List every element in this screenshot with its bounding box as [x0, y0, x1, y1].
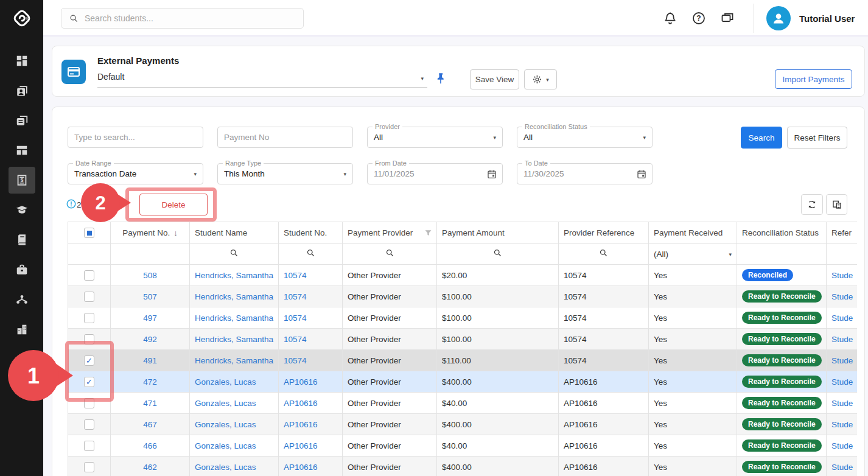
date-range-select[interactable]: Date Range Transaction Date ▾: [68, 163, 203, 184]
cell-link-payment_no[interactable]: 508: [143, 271, 157, 280]
cell-link-student_name[interactable]: Gonzales, Lucas: [195, 463, 256, 472]
row-checkbox[interactable]: [84, 355, 94, 366]
provider-select[interactable]: Provider All ▾: [367, 127, 503, 148]
sidebar-item-settings[interactable]: [9, 346, 35, 373]
cell-link-link[interactable]: Stude: [831, 271, 853, 280]
cell-link-student_name[interactable]: Hendricks, Samantha: [195, 271, 273, 280]
cell-link-student_no[interactable]: 10574: [284, 271, 307, 280]
cell-link-student_no[interactable]: AP10616: [284, 463, 318, 472]
global-search[interactable]: [61, 8, 304, 29]
column-filter-student_no[interactable]: [279, 244, 343, 265]
column-filter-student_name[interactable]: [190, 244, 279, 265]
user-name[interactable]: Tutorial User: [799, 0, 855, 37]
sidebar-item-network[interactable]: [9, 286, 35, 313]
cell-link-payment_no[interactable]: 462: [143, 463, 157, 472]
search-input[interactable]: [85, 13, 285, 23]
column-header-received[interactable]: Payment Received: [649, 222, 737, 244]
column-header-payment_no[interactable]: Payment No.↓: [111, 222, 190, 244]
cell-link-student_name[interactable]: Gonzales, Lucas: [195, 399, 256, 408]
cell-link-student_name[interactable]: Gonzales, Lucas: [195, 377, 256, 387]
cell-link-student_name[interactable]: Gonzales, Lucas: [195, 441, 256, 450]
sidebar-item-dashboard[interactable]: [9, 47, 35, 74]
sidebar-item-contacts[interactable]: [9, 77, 35, 104]
cell-link-student_name[interactable]: Gonzales, Lucas: [195, 420, 256, 429]
row-checkbox[interactable]: [84, 398, 94, 408]
import-payments-button[interactable]: Import Payments: [775, 69, 852, 89]
column-header-amount[interactable]: Payment Amount: [437, 222, 559, 244]
reset-filters-button[interactable]: Reset Filters: [787, 127, 847, 149]
cell-link-payment_no[interactable]: 491: [143, 356, 157, 365]
cell-link-student_no[interactable]: AP10616: [284, 399, 318, 408]
cell-link-student_name[interactable]: Hendricks, Samantha: [195, 292, 273, 301]
messages-button[interactable]: [720, 11, 735, 26]
cell-link-student_no[interactable]: 10574: [284, 356, 307, 365]
app-logo[interactable]: [0, 0, 43, 37]
row-checkbox[interactable]: [84, 270, 94, 281]
cell-link-student_no[interactable]: AP10616: [284, 420, 318, 429]
view-settings-button[interactable]: ▾: [524, 69, 557, 89]
cell-link-payment_no[interactable]: 492: [143, 335, 157, 344]
cell-link-student_name[interactable]: Hendricks, Samantha: [195, 356, 273, 365]
sidebar-item-briefcase[interactable]: [9, 256, 35, 283]
payment-no-input[interactable]: [217, 127, 353, 148]
cell-link-link[interactable]: Stude: [831, 313, 853, 323]
column-header-link[interactable]: Refer: [827, 222, 858, 244]
select-all-checkbox[interactable]: [84, 228, 94, 238]
row-checkbox[interactable]: [84, 292, 94, 302]
cell-link-student_name[interactable]: Hendricks, Samantha: [195, 335, 273, 344]
column-filter-received[interactable]: (All)▾: [649, 244, 737, 265]
cell-link-payment_no[interactable]: 471: [143, 399, 157, 408]
cell-link-link[interactable]: Stude: [831, 399, 853, 408]
column-header-provider[interactable]: Payment Provider: [343, 222, 437, 244]
cell-link-link[interactable]: Stude: [831, 356, 853, 365]
sidebar-item-book[interactable]: [9, 226, 35, 253]
column-header-student_name[interactable]: Student Name: [190, 222, 279, 244]
sidebar-item-education[interactable]: [9, 197, 35, 223]
cell-link-link[interactable]: Stude: [831, 463, 853, 472]
row-checkbox[interactable]: [84, 441, 94, 451]
cell-link-student_no[interactable]: 10574: [284, 292, 307, 301]
type-to-search-input[interactable]: [68, 127, 203, 148]
refresh-button[interactable]: [801, 194, 823, 215]
sidebar-item-payments[interactable]: $: [9, 167, 35, 194]
cell-link-payment_no[interactable]: 466: [143, 441, 157, 450]
delete-button[interactable]: Delete: [139, 194, 208, 215]
sidebar-item-layout[interactable]: [9, 137, 35, 164]
cell-link-student_no[interactable]: 10574: [284, 313, 307, 323]
search-button[interactable]: Search: [741, 127, 782, 149]
range-type-select[interactable]: Range Type This Month ▾: [217, 163, 353, 184]
row-checkbox[interactable]: [84, 313, 94, 323]
to-date-field[interactable]: To Date 11/30/2025: [517, 163, 653, 184]
from-date-field[interactable]: From Date 11/01/2025: [367, 163, 503, 184]
column-header-reference[interactable]: Provider Reference: [559, 222, 649, 244]
column-chooser-button[interactable]: [826, 194, 847, 215]
column-filter-reference[interactable]: [559, 244, 649, 265]
row-checkbox[interactable]: [84, 334, 94, 345]
notifications-button[interactable]: [663, 11, 677, 26]
cell-link-payment_no[interactable]: 507: [143, 292, 157, 301]
pin-view-button[interactable]: [434, 72, 447, 85]
view-selector[interactable]: Default ▾: [97, 69, 427, 88]
column-header-status[interactable]: Reconciliation Status: [737, 222, 827, 244]
cell-link-link[interactable]: Stude: [831, 292, 853, 301]
cell-link-link[interactable]: Stude: [831, 377, 853, 387]
reconciliation-status-select[interactable]: Reconciliation Status All ▾: [517, 127, 653, 148]
cell-link-link[interactable]: Stude: [831, 420, 853, 429]
cell-link-payment_no[interactable]: 467: [143, 420, 157, 429]
cell-link-payment_no[interactable]: 472: [143, 377, 157, 387]
cell-link-student_name[interactable]: Hendricks, Samantha: [195, 313, 273, 323]
cell-link-link[interactable]: Stude: [831, 441, 853, 450]
column-header-student_no[interactable]: Student No.: [279, 222, 343, 244]
help-button[interactable]: ?: [691, 11, 706, 26]
row-checkbox[interactable]: [84, 462, 94, 472]
cell-link-student_no[interactable]: AP10616: [284, 377, 318, 387]
cell-link-link[interactable]: Stude: [831, 335, 853, 344]
column-filter-amount[interactable]: [437, 244, 559, 265]
sidebar-item-documents[interactable]: [9, 107, 35, 134]
cell-link-payment_no[interactable]: 497: [143, 313, 157, 323]
user-avatar[interactable]: [766, 6, 791, 30]
sidebar-item-organization[interactable]: [9, 316, 35, 343]
cell-link-student_no[interactable]: 10574: [284, 335, 307, 344]
row-checkbox[interactable]: [84, 419, 94, 430]
column-filter-provider[interactable]: [343, 244, 437, 265]
